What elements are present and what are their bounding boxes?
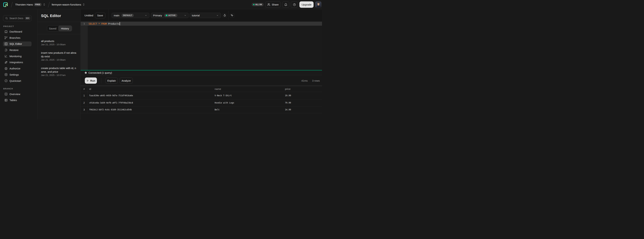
- table-row[interactable]: 2 c01dce8a-3a50-4ef6-a0f1-7f9f48a238c8 H…: [81, 99, 322, 106]
- sidebar-item-branches[interactable]: Branches: [3, 35, 32, 40]
- active-dot: [166, 15, 168, 16]
- row-number: 1: [81, 92, 88, 99]
- query-row-count: 3 rows: [312, 79, 320, 82]
- search-docs-input[interactable]: Search Docs ⌘K: [3, 15, 32, 21]
- compute-select[interactable]: Primary ACTIVE: [151, 13, 189, 18]
- topbar-actions: ALL OK Share Upgrade: [252, 1, 322, 8]
- col-header-id: id: [88, 86, 214, 92]
- chevron-down-icon: [144, 14, 147, 17]
- project-selector-chevrons-icon[interactable]: [82, 3, 85, 6]
- connection-status-text: Connected (1 query): [88, 71, 112, 74]
- branch-nav: Overview Tables: [3, 92, 37, 103]
- results-table: # id name price 1 faac630e-a645-4459-9d7…: [81, 86, 322, 120]
- history-item-title: all products: [41, 39, 77, 43]
- history-item[interactable]: create products table with id, name, and…: [41, 66, 77, 77]
- connected-check-icon: [85, 72, 87, 74]
- avatar[interactable]: [315, 1, 322, 8]
- row-number: 2: [81, 99, 88, 106]
- project-nav: Dashboard Branches SQL Editor Restore Mo…: [3, 29, 37, 83]
- sidebar-item-label: Restore: [10, 48, 18, 51]
- database-select[interactable]: tutorial: [190, 13, 221, 18]
- history-clock-icon: [4, 48, 8, 52]
- table-row[interactable]: 3 f062dc2-bbf2-4c6c-8169-3511462cd54b Be…: [81, 106, 322, 113]
- save-button[interactable]: Save: [95, 12, 105, 18]
- history-item[interactable]: all products Jan 21, 2025 - 10:08am: [41, 39, 77, 46]
- sparkles-icon: [230, 14, 234, 17]
- help-button[interactable]: [291, 1, 298, 8]
- cell-name: V-Neck T-Shirt: [214, 92, 285, 99]
- cell-id: faac630e-a645-4459-9d7e-751df4016a6e: [88, 92, 214, 99]
- saved-history-tabs: Saved History: [47, 25, 72, 31]
- tab-history[interactable]: History: [58, 26, 72, 31]
- org-plan-badge: FREE: [34, 3, 42, 6]
- branch-select[interactable]: main DEFAULT: [112, 13, 150, 18]
- share-button[interactable]: Share: [265, 1, 281, 8]
- sql-code-editor[interactable]: 1 SELECT * FROM Products: [81, 22, 322, 70]
- col-header-name: name: [214, 86, 285, 92]
- row-number: 3: [81, 106, 88, 113]
- check-circle-icon: [4, 79, 8, 82]
- cell-price: 14.99: [285, 106, 322, 113]
- run-label: Run: [90, 79, 95, 82]
- run-button[interactable]: Run: [85, 77, 97, 84]
- ai-assist-button[interactable]: [230, 13, 234, 18]
- neon-logo[interactable]: [3, 2, 8, 7]
- help-circle-icon: [293, 3, 296, 6]
- text-caret: [120, 22, 120, 25]
- history-item-title: insert new products if not already exist: [41, 51, 77, 58]
- sidebar-item-settings[interactable]: Settings: [3, 72, 32, 77]
- toolbar-divider: [108, 9, 108, 21]
- cell-name: Belt: [214, 106, 285, 113]
- overview-icon: [4, 92, 8, 96]
- project-name[interactable]: fermyon-wasm-functions: [52, 3, 81, 6]
- table-row[interactable]: 1 faac630e-a645-4459-9d7e-751df4016a6e V…: [81, 92, 322, 100]
- history-list: all products Jan 21, 2025 - 10:08am inse…: [38, 34, 80, 82]
- topbar: Thorsten Hans FREE fermyon-wasm-function…: [0, 0, 322, 9]
- bell-icon: [284, 3, 287, 6]
- sidebar-item-label: Branches: [10, 36, 20, 39]
- sidebar-item-restore[interactable]: Restore: [3, 48, 32, 52]
- sidebar-item-dashboard[interactable]: Dashboard: [3, 29, 32, 34]
- users-icon: [267, 3, 270, 6]
- explain-button[interactable]: Explain: [106, 77, 118, 84]
- git-branch-icon: [4, 36, 8, 39]
- sidebar-item-authorize[interactable]: Authorize: [3, 66, 32, 71]
- search-kbd-shortcut: ⌘K: [25, 17, 30, 20]
- tab-saved[interactable]: Saved: [47, 26, 58, 31]
- toolbar-divider: [228, 11, 228, 20]
- sql-editor-panel: SQL Editor Saved History all products Ja…: [38, 9, 81, 120]
- breadcrumb-slash-icon: [10, 1, 13, 8]
- sidebar-item-label: Monitoring: [10, 55, 22, 58]
- sidebar-item-monitoring[interactable]: Monitoring: [3, 54, 32, 58]
- search-icon: [5, 17, 8, 20]
- sidebar-item-label: Overview: [10, 93, 20, 96]
- compute-select-value: Primary: [153, 14, 162, 17]
- sidebar-item-integrations[interactable]: Integrations: [3, 60, 32, 65]
- sidebar-item-quickstart[interactable]: Quickstart: [3, 78, 32, 83]
- query-duration: 41ms: [301, 79, 308, 82]
- analyze-button[interactable]: Analyze: [120, 77, 132, 84]
- branch-select-value: main: [114, 14, 120, 17]
- main-content: Search Docs ⌘K PROJECT Dashboard Branche…: [0, 9, 322, 120]
- database-select-value: tutorial: [192, 14, 200, 17]
- org-name[interactable]: Thorsten Hans: [15, 3, 33, 6]
- play-icon: [86, 79, 89, 82]
- sidebar-item-tables[interactable]: Tables: [3, 98, 32, 103]
- status-badge[interactable]: ALL OK: [252, 3, 264, 6]
- sidebar-item-sql-editor[interactable]: SQL Editor: [3, 41, 32, 46]
- history-item-time: Jan 21, 2025 - 10:08am: [41, 58, 77, 61]
- cell-price: 79.99: [285, 99, 322, 106]
- upgrade-button[interactable]: Upgrade: [300, 1, 314, 8]
- sidebar-item-label: Authorize: [10, 67, 20, 70]
- chevron-down-icon: [216, 14, 219, 17]
- dashboard-icon: [4, 30, 8, 33]
- cell-id: c01dce8a-3a50-4ef6-a0f1-7f9f48a238c8: [88, 99, 214, 106]
- query-history-button[interactable]: [222, 13, 227, 18]
- sidebar: Search Docs ⌘K PROJECT Dashboard Branche…: [0, 9, 38, 120]
- history-item-title: create products table with id, name, and…: [41, 66, 77, 73]
- sidebar-item-overview[interactable]: Overview: [3, 92, 32, 96]
- query-tab-title[interactable]: Untitled: [84, 14, 93, 17]
- org-selector-chevrons-icon[interactable]: [43, 3, 46, 6]
- notifications-button[interactable]: [282, 1, 289, 8]
- history-item[interactable]: insert new products if not already exist…: [41, 51, 77, 61]
